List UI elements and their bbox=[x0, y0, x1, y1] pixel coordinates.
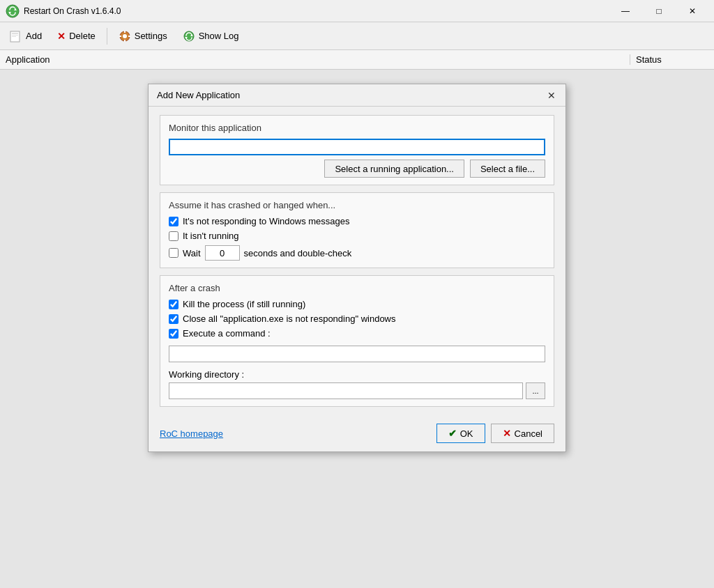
close-windows-checkbox[interactable] bbox=[169, 314, 178, 324]
crash-detection-label: Assume it has crashed or hanged when... bbox=[169, 200, 545, 210]
add-icon bbox=[10, 30, 22, 42]
svg-rect-12 bbox=[128, 36, 130, 37]
wait-checkbox[interactable] bbox=[169, 248, 178, 258]
cancel-button[interactable]: ✕ Cancel bbox=[491, 424, 554, 443]
kill-process-row: Kill the process (if still running) bbox=[169, 299, 545, 309]
not-running-row: It isn't running bbox=[169, 231, 545, 241]
column-header: Application Status bbox=[0, 50, 714, 70]
working-dir-label: Working directory : bbox=[169, 369, 545, 380]
title-bar-left: Restart On Crash v1.6.4.0 bbox=[6, 4, 121, 18]
working-dir-section: Working directory : ... bbox=[169, 369, 545, 399]
after-crash-section: After a crash Kill the process (if still… bbox=[160, 275, 554, 407]
main-area: Application Status Add New Application ✕… bbox=[0, 50, 714, 588]
not-running-checkbox[interactable] bbox=[169, 231, 178, 241]
delete-icon: ✕ bbox=[57, 31, 66, 42]
after-crash-label: After a crash bbox=[169, 283, 545, 293]
wait-row: Wait seconds and double-check bbox=[169, 245, 545, 261]
settings-icon bbox=[119, 30, 131, 42]
svg-rect-10 bbox=[124, 40, 126, 42]
execute-command-label: Execute a command : bbox=[183, 328, 271, 339]
add-button[interactable]: Add bbox=[3, 24, 49, 48]
roc-homepage-link[interactable]: RoC homepage bbox=[160, 428, 223, 439]
select-file-button[interactable]: Select a file... bbox=[470, 160, 545, 178]
cancel-x-icon: ✕ bbox=[503, 428, 511, 439]
ok-label: OK bbox=[460, 428, 473, 439]
ok-button[interactable]: ✔ OK bbox=[436, 424, 485, 443]
toolbar-separator bbox=[107, 28, 107, 45]
ok-checkmark-icon: ✔ bbox=[448, 428, 457, 439]
not-running-label: It isn't running bbox=[183, 231, 239, 241]
not-responding-row: It's not responding to Windows messages bbox=[169, 216, 545, 226]
svg-rect-5 bbox=[12, 35, 18, 36]
title-bar: Restart On Crash v1.6.4.0 — □ ✕ bbox=[0, 0, 714, 22]
crash-detection-section: Assume it has crashed or hanged when... … bbox=[160, 192, 554, 268]
footer-buttons: ✔ OK ✕ Cancel bbox=[436, 424, 554, 443]
add-application-dialog: Add New Application ✕ Monitor this appli… bbox=[148, 84, 566, 452]
browse-button[interactable]: ... bbox=[526, 382, 545, 399]
delete-button[interactable]: ✕ Delete bbox=[50, 24, 102, 48]
select-running-button[interactable]: Select a running application... bbox=[324, 160, 464, 178]
svg-rect-6 bbox=[12, 36, 16, 37]
settings-label: Settings bbox=[135, 31, 167, 41]
delete-label: Delete bbox=[69, 31, 96, 41]
col-status: Status bbox=[630, 54, 714, 65]
status-bar bbox=[708, 585, 714, 588]
app-icon bbox=[6, 4, 20, 18]
svg-rect-9 bbox=[124, 31, 126, 33]
dialog-title: Add New Application bbox=[157, 90, 240, 100]
cancel-label: Cancel bbox=[515, 428, 542, 439]
execute-command-row: Execute a command : bbox=[169, 328, 545, 339]
kill-process-label: Kill the process (if still running) bbox=[183, 299, 305, 309]
dialog-titlebar: Add New Application ✕ bbox=[149, 84, 565, 107]
showlog-icon bbox=[183, 30, 195, 42]
svg-rect-4 bbox=[12, 33, 18, 34]
working-dir-row: ... bbox=[169, 382, 545, 399]
add-label: Add bbox=[26, 31, 42, 41]
dialog-close-button[interactable]: ✕ bbox=[543, 87, 560, 104]
wait-suffix: seconds and double-check bbox=[244, 248, 352, 258]
dialog-body: Monitor this application Select a runnin… bbox=[149, 107, 565, 418]
settings-button[interactable]: Settings bbox=[112, 24, 174, 48]
col-application: Application bbox=[0, 54, 630, 65]
modal-overlay: Add New Application ✕ Monitor this appli… bbox=[0, 70, 714, 588]
monitor-section: Monitor this application Select a runnin… bbox=[160, 115, 554, 185]
content-area: Add New Application ✕ Monitor this appli… bbox=[0, 70, 714, 588]
app-title: Restart On Crash v1.6.4.0 bbox=[24, 6, 121, 16]
command-input[interactable] bbox=[169, 346, 545, 362]
dialog-footer: RoC homepage ✔ OK ✕ Cancel bbox=[149, 418, 565, 451]
close-windows-label: Close all "application.exe is not respon… bbox=[183, 314, 396, 324]
execute-command-checkbox[interactable] bbox=[169, 329, 178, 339]
showlog-button[interactable]: Show Log bbox=[176, 24, 246, 48]
monitor-section-label: Monitor this application bbox=[169, 123, 545, 133]
kill-process-checkbox[interactable] bbox=[169, 300, 178, 309]
monitor-btn-row: Select a running application... Select a… bbox=[169, 160, 545, 178]
close-button[interactable]: ✕ bbox=[676, 1, 708, 22]
minimize-button[interactable]: — bbox=[609, 1, 641, 22]
svg-rect-11 bbox=[119, 36, 121, 37]
monitor-input[interactable] bbox=[169, 139, 545, 155]
maximize-button[interactable]: □ bbox=[643, 1, 675, 22]
showlog-label: Show Log bbox=[199, 31, 239, 41]
title-bar-controls: — □ ✕ bbox=[609, 1, 708, 22]
not-responding-checkbox[interactable] bbox=[169, 217, 178, 226]
not-responding-label: It's not responding to Windows messages bbox=[183, 216, 350, 226]
working-dir-input[interactable] bbox=[169, 382, 523, 399]
close-windows-row: Close all "application.exe is not respon… bbox=[169, 314, 545, 324]
toolbar: Add ✕ Delete Settings Show Log bbox=[0, 22, 714, 50]
wait-label: Wait bbox=[183, 248, 201, 258]
svg-point-8 bbox=[123, 34, 127, 38]
wait-input[interactable] bbox=[205, 245, 240, 261]
